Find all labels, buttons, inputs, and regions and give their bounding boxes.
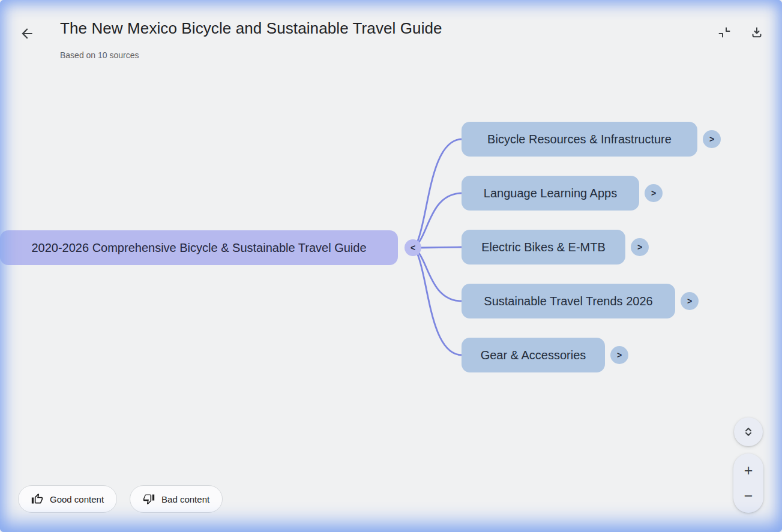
edge-root-child-5: [417, 253, 462, 355]
mindmap-node-bicycle-resources[interactable]: Bicycle Resources & Infrastructure: [462, 122, 697, 157]
mindmap-branch-1: Bicycle Resources & Infrastructure >: [462, 122, 721, 157]
zoom-controls: + −: [733, 453, 763, 513]
feedback-bar: Good content Bad content: [18, 485, 223, 513]
expand-button-gear-accessories[interactable]: >: [610, 346, 628, 364]
mindmap-node-sustainable-trends[interactable]: Sustainable Travel Trends 2026: [462, 284, 675, 318]
edge-root-child-3: [420, 247, 462, 248]
mindmap-root-node[interactable]: 2020-2026 Comprehensive Bicycle & Sustai…: [0, 230, 398, 265]
mindmap-node-gear-accessories[interactable]: Gear & Accessories: [462, 338, 605, 372]
chevron-right-icon: >: [637, 242, 642, 252]
mindmap-branch-4: Sustainable Travel Trends 2026 >: [462, 284, 699, 318]
bad-content-label: Bad content: [161, 494, 209, 504]
root-collapse-button[interactable]: <: [405, 239, 421, 256]
chevron-right-icon: >: [651, 188, 656, 198]
mindmap-node-electric-bikes[interactable]: Electric Bikes & E-MTB: [462, 230, 625, 265]
chevron-left-icon: <: [411, 243, 415, 253]
chevron-right-icon: >: [617, 350, 622, 360]
expand-button-bicycle-resources[interactable]: >: [703, 130, 721, 148]
thumb-down-icon: [143, 493, 155, 505]
expand-button-electric-bikes[interactable]: >: [631, 238, 649, 256]
edge-root-child-1: [417, 139, 462, 242]
zoom-out-button[interactable]: −: [733, 483, 763, 513]
mindmap-branch-5: Gear & Accessories >: [462, 338, 628, 372]
unfold-more-icon: [741, 425, 756, 439]
mindmap-branch-2: Language Learning Apps >: [462, 176, 663, 211]
good-content-label: Good content: [50, 494, 104, 504]
chevron-right-icon: >: [709, 134, 714, 144]
chevron-right-icon: >: [687, 296, 692, 306]
thumb-up-icon: [31, 493, 43, 505]
mindmap-edges: [0, 0, 782, 532]
zoom-in-button[interactable]: +: [733, 453, 763, 483]
expand-collapse-all-button[interactable]: [734, 417, 763, 446]
good-content-button[interactable]: Good content: [18, 485, 117, 513]
bad-content-button[interactable]: Bad content: [130, 485, 223, 513]
expand-button-language-apps[interactable]: >: [645, 184, 663, 202]
mindmap-branch-3: Electric Bikes & E-MTB >: [462, 230, 649, 265]
mindmap-node-language-apps[interactable]: Language Learning Apps: [462, 176, 639, 211]
expand-button-sustainable-trends[interactable]: >: [681, 292, 699, 310]
